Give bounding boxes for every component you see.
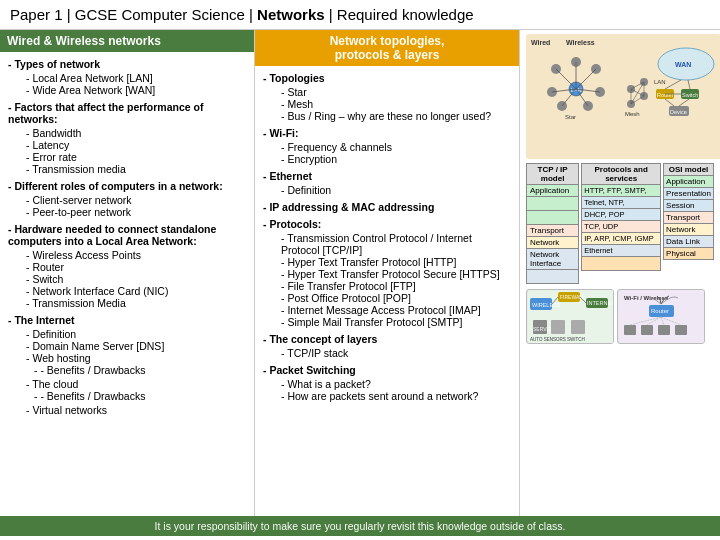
- tcp-osi-table-container: TCP / IP model Application Transport Net…: [526, 163, 714, 284]
- tcp-app-empty1: [527, 197, 579, 211]
- hardware-heading: - Hardware needed to connect standalone …: [8, 223, 246, 247]
- tcp-iface-empty: [527, 270, 579, 284]
- tcp-application: Application: [527, 185, 579, 197]
- hardware-list: Wireless Access Points Router Switch Net…: [26, 249, 246, 309]
- roles-list: Client-server network Peer-to-peer netwo…: [26, 194, 246, 218]
- section-packet-switching: - Packet Switching What is a packet? How…: [263, 364, 511, 402]
- svg-text:Wireless: Wireless: [566, 39, 595, 46]
- svg-text:WIRELESS: WIRELESS: [532, 302, 561, 308]
- proto-phys: [582, 257, 661, 271]
- svg-text:SERVER: SERVER: [533, 326, 554, 332]
- section-factors: - Factors that affect the performance of…: [8, 101, 246, 175]
- tcp-ip-model-table: TCP / IP model Application Transport Net…: [526, 163, 579, 284]
- section-internet: - The Internet Definition Domain Name Se…: [8, 314, 246, 416]
- osi-physical: Physical: [664, 248, 714, 260]
- proto-ip: IP, ARP, ICMP, IGMP: [582, 233, 661, 245]
- protocols-table: Protocols and services HTTP, FTP, SMTP, …: [581, 163, 661, 271]
- middle-column: Network topologies, protocols & layers -…: [255, 30, 520, 516]
- wifi-diagram: Wi-Fi / Wireless Router: [617, 289, 705, 344]
- section-roles: - Different roles of computers in a netw…: [8, 180, 246, 218]
- network-topology-diagram: Wired Wireless LAN Star: [526, 34, 714, 159]
- header-prefix: Paper 1 | GCSE Computer Science |: [10, 6, 257, 23]
- protocols-header: Protocols and services: [582, 164, 661, 185]
- tcp-model-header: TCP / IP model: [527, 164, 579, 185]
- section-ip-mac: - IP addressing & MAC addressing: [263, 201, 511, 213]
- header-suffix: | Required knowledge: [325, 6, 474, 23]
- svg-text:Router: Router: [657, 92, 674, 98]
- svg-text:FIREWALL: FIREWALL: [560, 294, 585, 300]
- section-protocols: - Protocols: Transmission Control Protoc…: [263, 218, 511, 328]
- types-list: Local Area Network [LAN] Wide Area Netwo…: [26, 72, 246, 96]
- section-layers: - The concept of layers TCP/IP stack: [263, 333, 511, 359]
- osi-application: Application: [664, 176, 714, 188]
- page-header: Paper 1 | GCSE Computer Science | Networ…: [0, 0, 720, 30]
- svg-text:Wired: Wired: [531, 39, 550, 46]
- osi-network: Network: [664, 224, 714, 236]
- svg-text:Mesh: Mesh: [625, 111, 640, 117]
- proto-dhcp: DHCP, POP: [582, 209, 661, 221]
- svg-rect-56: [551, 320, 565, 334]
- svg-text:WAN: WAN: [675, 61, 691, 68]
- section-topologies: - Topologies Star Mesh Bus / Ring – why …: [263, 72, 511, 122]
- svg-text:Star: Star: [565, 114, 576, 120]
- svg-rect-66: [675, 325, 687, 335]
- tcp-app-empty2: [527, 211, 579, 225]
- internet-list: Definition Domain Name Server [DNS] Web …: [26, 328, 246, 416]
- factors-heading: - Factors that affect the performance of…: [8, 101, 246, 125]
- factors-list: Bandwidth Latency Error rate Transmissio…: [26, 127, 246, 175]
- osi-data-link: Data Link: [664, 236, 714, 248]
- left-column-title: Wired & Wireless networks: [0, 30, 254, 52]
- section-ethernet: - Ethernet Definition: [263, 170, 511, 196]
- section-hardware: - Hardware needed to connect standalone …: [8, 223, 246, 309]
- svg-text:AUTO SENSORS SWITCH: AUTO SENSORS SWITCH: [530, 337, 585, 342]
- svg-text:Router: Router: [651, 308, 669, 314]
- middle-column-title: Network topologies, protocols & layers: [255, 30, 519, 66]
- roles-heading: - Different roles of computers in a netw…: [8, 180, 246, 192]
- proto-tcp: TCP, UDP: [582, 221, 661, 233]
- header-highlight: Networks: [257, 6, 325, 23]
- proto-telnet: Telnet, NTP,: [582, 197, 661, 209]
- osi-transport: Transport: [664, 212, 714, 224]
- svg-text:LAN: LAN: [654, 79, 666, 85]
- svg-rect-64: [641, 325, 653, 335]
- svg-rect-65: [658, 325, 670, 335]
- internet-heading: - The Internet: [8, 314, 246, 326]
- topology-svg: Wired Wireless LAN Star: [526, 34, 720, 159]
- osi-presentation: Presentation: [664, 188, 714, 200]
- section-types-of-network: - Types of network Local Area Network [L…: [8, 58, 246, 96]
- svg-rect-63: [624, 325, 636, 335]
- right-column: Wired Wireless LAN Star: [520, 30, 720, 516]
- proto-ethernet: Ethernet: [582, 245, 661, 257]
- svg-text:Switch: Switch: [682, 92, 698, 98]
- section-wifi: - Wi-Fi: Frequency & channels Encryption: [263, 127, 511, 165]
- footer-text: It is your responsibility to make sure y…: [155, 520, 566, 532]
- internet-diagram: WIRELESS FIREWALL INTERNET SERVER AUTO S…: [526, 289, 614, 344]
- svg-text:Wi-Fi / Wireless: Wi-Fi / Wireless: [624, 295, 669, 301]
- tcp-network: Network: [527, 237, 579, 249]
- svg-text:Device: Device: [670, 109, 687, 115]
- osi-header: OSI model: [664, 164, 714, 176]
- svg-rect-57: [571, 320, 585, 334]
- osi-session: Session: [664, 200, 714, 212]
- tcp-transport: Transport: [527, 225, 579, 237]
- svg-text:INTERNET: INTERNET: [587, 300, 613, 306]
- osi-model-table: OSI model Application Presentation Sessi…: [663, 163, 714, 260]
- proto-http: HTTP, FTP, SMTP,: [582, 185, 661, 197]
- bottom-images: WIRELESS FIREWALL INTERNET SERVER AUTO S…: [526, 289, 714, 344]
- footer-bar: It is your responsibility to make sure y…: [0, 516, 720, 536]
- left-column: Wired & Wireless networks - Types of net…: [0, 30, 255, 516]
- tcp-interface: Network Interface: [527, 249, 579, 270]
- section-heading: - Types of network: [8, 58, 246, 70]
